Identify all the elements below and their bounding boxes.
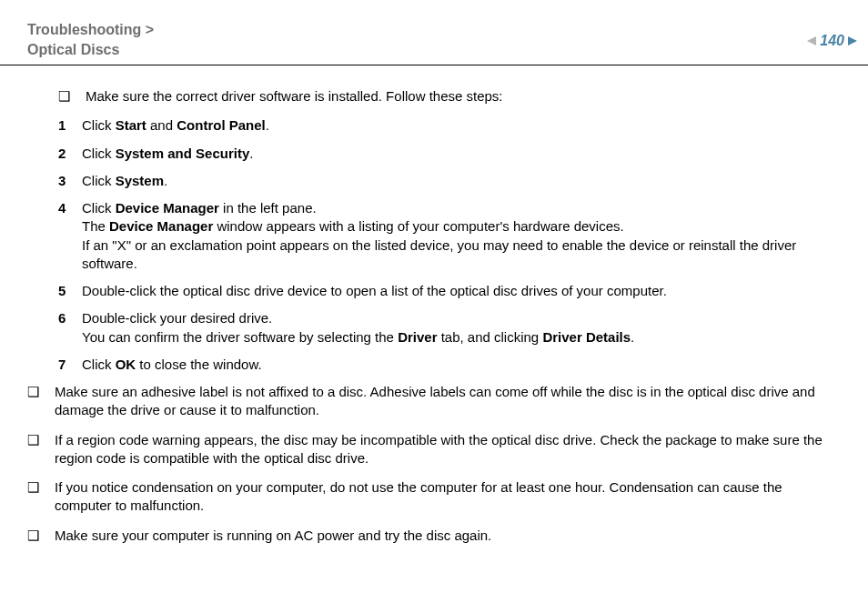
- bullet-text: If a region code warning appears, the di…: [55, 431, 841, 468]
- prev-page-icon[interactable]: [807, 36, 816, 45]
- ui-term: Control Panel: [177, 117, 266, 133]
- ui-term: Driver Details: [542, 329, 631, 345]
- page-number: 140: [820, 33, 844, 49]
- bullet-driver-software: ❑ Make sure the correct driver software …: [27, 87, 841, 106]
- text: Click: [82, 200, 116, 216]
- breadcrumb-part-2[interactable]: Optical Discs: [27, 42, 119, 57]
- document-body: ❑ Make sure the correct driver software …: [0, 65, 868, 574]
- step-body: Click Start and Control Panel.: [82, 116, 841, 135]
- step-1: 1 Click Start and Control Panel.: [58, 116, 841, 135]
- text: tab, and clicking: [437, 329, 542, 345]
- ui-term: Device Manager: [116, 200, 219, 216]
- step-number: 1: [58, 116, 71, 135]
- text: window appears with a listing of your co…: [213, 218, 623, 234]
- text: .: [164, 173, 167, 188]
- bullet-marker-icon: ❑: [58, 87, 73, 106]
- text: .: [266, 117, 269, 133]
- bullet-ac-power: ❑ Make sure your computer is running on …: [27, 527, 841, 545]
- ui-term: OK: [116, 357, 136, 372]
- step-body: Click System.: [82, 172, 841, 190]
- bullet-text: Make sure your computer is running on AC…: [55, 527, 841, 545]
- text: If an "X" or an exclamation point appear…: [82, 237, 796, 271]
- breadcrumb: Troubleshooting Optical Discs: [27, 20, 154, 59]
- steps-list: 1 Click Start and Control Panel. 2 Click…: [27, 116, 841, 374]
- text: Click: [82, 357, 116, 372]
- ui-term: System and Security: [116, 146, 250, 161]
- step-6: 6 Double-click your desired drive. You c…: [58, 309, 841, 347]
- ui-term: Device Manager: [109, 218, 213, 234]
- step-3: 3 Click System.: [58, 172, 841, 190]
- step-number: 7: [58, 356, 71, 374]
- step-body: Click Device Manager in the left pane. T…: [82, 199, 841, 273]
- next-page-icon[interactable]: [848, 36, 857, 45]
- step-2: 2 Click System and Security.: [58, 145, 841, 163]
- step-number: 6: [58, 309, 71, 347]
- step-number: 2: [58, 145, 71, 163]
- bullet-text: Make sure an adhesive label is not affix…: [55, 383, 841, 420]
- step-body: Double-click the optical disc drive devi…: [82, 282, 841, 300]
- step-number: 4: [58, 199, 71, 273]
- bullet-adhesive-label: ❑ Make sure an adhesive label is not aff…: [27, 383, 841, 420]
- bullet-condensation: ❑ If you notice condensation on your com…: [27, 478, 841, 516]
- bullet-marker-icon: ❑: [27, 478, 42, 516]
- step-4: 4 Click Device Manager in the left pane.…: [58, 199, 841, 273]
- step-body: Click System and Security.: [82, 145, 841, 163]
- text: and: [146, 117, 177, 133]
- ui-term: Driver: [398, 329, 437, 345]
- ui-term: System: [116, 173, 164, 188]
- text: The: [82, 218, 109, 234]
- text: Click: [82, 117, 116, 133]
- step-number: 3: [58, 172, 71, 190]
- text: .: [249, 146, 253, 161]
- text: You can confirm the driver software by s…: [82, 329, 398, 345]
- text: Click: [82, 146, 116, 161]
- bullet-marker-icon: ❑: [27, 431, 42, 468]
- bullet-marker-icon: ❑: [27, 383, 42, 420]
- bullet-text: If you notice condensation on your compu…: [55, 478, 841, 516]
- text: Double-click your desired drive.: [82, 310, 272, 326]
- step-5: 5 Double-click the optical disc drive de…: [58, 282, 841, 300]
- step-body: Click OK to close the window.: [82, 356, 841, 374]
- step-7: 7 Click OK to close the window.: [58, 356, 841, 374]
- page-header: Troubleshooting Optical Discs 140: [0, 0, 868, 65]
- text: to close the window.: [136, 357, 261, 372]
- text: in the left pane.: [219, 200, 317, 216]
- page-navigation: 140: [807, 33, 857, 49]
- bullet-marker-icon: ❑: [27, 527, 42, 545]
- text: .: [631, 329, 634, 345]
- text: Click: [82, 173, 116, 188]
- bullet-text: Make sure the correct driver software is…: [86, 87, 841, 106]
- breadcrumb-part-1[interactable]: Troubleshooting: [27, 22, 154, 37]
- step-number: 5: [58, 282, 71, 300]
- step-body: Double-click your desired drive. You can…: [82, 309, 841, 347]
- ui-term: Start: [116, 117, 146, 133]
- bullet-region-code: ❑ If a region code warning appears, the …: [27, 431, 841, 468]
